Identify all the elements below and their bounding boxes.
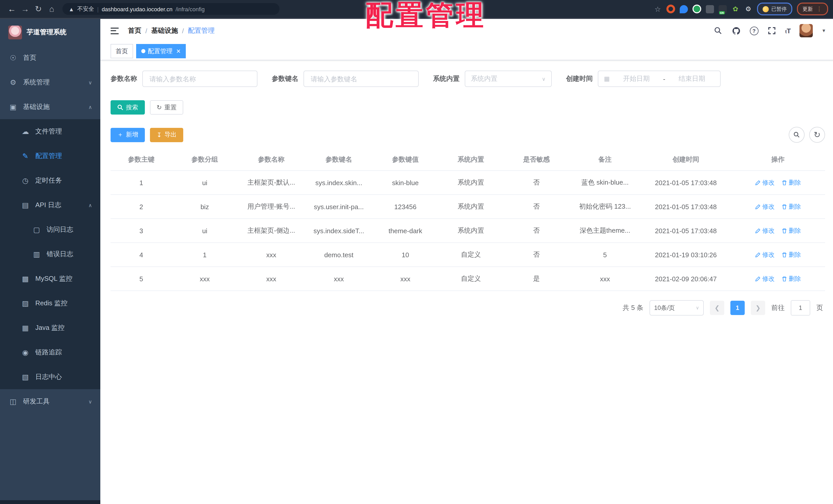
- col-create-time: 创建时间: [641, 149, 731, 171]
- table-tools: ↻: [789, 127, 825, 143]
- extension-orange-ring-icon[interactable]: [666, 5, 675, 13]
- sidebar-item-scheduled-jobs[interactable]: ◷ 定时任务: [0, 168, 100, 193]
- cell: 2021-01-05 17:03:48: [641, 171, 731, 195]
- sidebar-item-api-log[interactable]: ▤ API 日志 ∧: [0, 193, 100, 217]
- edit-link-label: 修改: [762, 250, 775, 259]
- extension-blue-pin-icon[interactable]: [680, 5, 688, 13]
- delete-link[interactable]: 删除: [782, 226, 801, 235]
- address-bar[interactable]: ▲ 不安全 | dashboard.yudao.iocoder.cn/infra…: [63, 3, 280, 15]
- sidebar-item-dev-tools[interactable]: ◫ 研发工具 ∨: [0, 389, 100, 414]
- paused-badge[interactable]: 已暂停: [757, 3, 792, 15]
- search-button[interactable]: 搜索: [111, 100, 145, 115]
- github-icon[interactable]: [731, 26, 741, 35]
- sidebar-item-config-management[interactable]: ✎ 配置管理: [0, 144, 100, 168]
- cell: 否: [504, 195, 569, 219]
- extension-grid-icon[interactable]: [706, 5, 714, 13]
- cell: 蓝色 skin-blue...: [569, 171, 641, 195]
- edit-link[interactable]: 修改: [755, 178, 775, 187]
- edit-link[interactable]: 修改: [755, 274, 775, 283]
- close-icon[interactable]: ✕: [176, 48, 181, 54]
- edit-link[interactable]: 修改: [755, 226, 775, 235]
- date-range-picker[interactable]: ▦ 开始日期 - 结束日期: [598, 71, 721, 87]
- sidebar-item-java-monitor[interactable]: ▦ Java 监控: [0, 316, 100, 340]
- sidebar-item-file-management[interactable]: ☁ 文件管理: [0, 119, 100, 144]
- help-icon[interactable]: ?: [749, 26, 759, 35]
- filter-form: 参数名称 参数键名 系统内置 系统内置 ∨ 创建时间 ▦: [111, 71, 825, 87]
- page-size-select[interactable]: 10条/页 ∨: [649, 300, 704, 316]
- page-number-button[interactable]: 1: [730, 301, 745, 315]
- cell: 3: [111, 219, 172, 243]
- system-builtin-select[interactable]: 系统内置 ∨: [465, 71, 552, 87]
- browser-home-icon[interactable]: ⌂: [45, 2, 58, 16]
- download-icon: ↧: [157, 131, 162, 138]
- user-caret-icon[interactable]: ▼: [822, 28, 826, 33]
- goto-page-input[interactable]: [791, 300, 810, 316]
- extensions-puzzle-icon[interactable]: ⚙: [744, 5, 753, 13]
- sidebar-item-label: 链路追踪: [35, 348, 62, 357]
- font-size-icon[interactable]: tT: [785, 27, 791, 34]
- table-row: 4 1 xxx demo.test 10 自定义 否 5 2021-01-19 …: [111, 243, 825, 267]
- param-key-input[interactable]: [310, 74, 412, 83]
- tag-home[interactable]: 首页: [111, 44, 133, 58]
- refresh-table-button[interactable]: ↻: [809, 127, 825, 143]
- param-name-input[interactable]: [148, 74, 251, 83]
- tag-config-management[interactable]: 配置管理 ✕: [136, 44, 186, 58]
- param-key-field: [304, 71, 419, 87]
- prev-page-button[interactable]: ❮: [710, 301, 724, 315]
- sidebar-item-error-log[interactable]: ▥ 错误日志: [0, 242, 100, 267]
- delete-link[interactable]: 删除: [782, 250, 801, 259]
- sidebar-item-home[interactable]: ☉ 首页: [0, 46, 100, 70]
- breadcrumb-parent[interactable]: 基础设施: [151, 26, 178, 35]
- next-page-button[interactable]: ❯: [751, 301, 765, 315]
- delete-link-label: 删除: [789, 178, 801, 187]
- cell-operations: 修改 删除: [731, 267, 825, 291]
- redis-icon: ▨: [22, 299, 29, 307]
- toggle-search-button[interactable]: [789, 127, 805, 143]
- java-icon: ▦: [22, 324, 29, 332]
- cell: theme-dark: [373, 219, 438, 243]
- browser-forward-icon[interactable]: →: [19, 2, 32, 16]
- plus-icon: ＋: [117, 130, 123, 139]
- sidebar-item-redis-monitor[interactable]: ▨ Redis 监控: [0, 291, 100, 316]
- cell: 否: [504, 243, 569, 267]
- export-button[interactable]: ↧ 导出: [150, 128, 183, 142]
- cell: 用户管理-账号...: [237, 195, 305, 219]
- bookmark-star-icon[interactable]: ☆: [653, 5, 662, 13]
- delete-link[interactable]: 删除: [782, 202, 801, 211]
- breadcrumb: 首页 / 基础设施 / 配置管理: [128, 26, 215, 35]
- edit-link[interactable]: 修改: [755, 250, 775, 259]
- cell: 123456: [373, 195, 438, 219]
- reset-button[interactable]: ↻ 重置: [150, 100, 183, 115]
- cell: 1: [172, 243, 237, 267]
- browser-menu-icon[interactable]: ⋮: [816, 6, 823, 12]
- sidebar-item-log-center[interactable]: ▧ 日志中心: [0, 364, 100, 389]
- edit-link[interactable]: 修改: [755, 202, 775, 211]
- search-icon[interactable]: [713, 26, 723, 35]
- extension-leaf-icon[interactable]: ✿: [731, 5, 740, 13]
- fullscreen-icon[interactable]: [767, 26, 777, 35]
- sidebar-item-infrastructure[interactable]: ▣ 基础设施 ∧: [0, 95, 100, 119]
- browser-back-icon[interactable]: ←: [5, 2, 19, 16]
- add-button[interactable]: ＋ 新增: [111, 128, 145, 142]
- sidebar-item-access-log[interactable]: ▢ 访问日志: [0, 217, 100, 242]
- sidebar-item-system[interactable]: ⚙ 系统管理 ∨: [0, 70, 100, 95]
- filter-buttons: 搜索 ↻ 重置: [111, 100, 825, 115]
- app-logo[interactable]: 芋道管理系统: [0, 19, 100, 46]
- pagination: 共 5 条 10条/页 ∨ ❮ 1 ❯ 前往 页: [111, 300, 825, 316]
- update-button[interactable]: 更新 ⋮: [797, 3, 828, 15]
- cell: 系统内置: [438, 195, 504, 219]
- col-param-group: 参数分组: [172, 149, 237, 171]
- add-button-label: 新增: [126, 130, 138, 139]
- user-avatar[interactable]: [800, 24, 813, 37]
- delete-link[interactable]: 删除: [782, 274, 801, 283]
- breadcrumb-home[interactable]: 首页: [128, 26, 141, 35]
- extension-green-circle-icon[interactable]: [692, 5, 701, 13]
- browser-reload-icon[interactable]: ↻: [32, 2, 45, 16]
- delete-link[interactable]: 删除: [782, 178, 801, 187]
- tag-label: 配置管理: [148, 47, 172, 55]
- red-annotation-overlay: 配置管理: [365, 1, 486, 29]
- sidebar-item-tracing[interactable]: ◉ 链路追踪: [0, 340, 100, 364]
- extension-translate-icon[interactable]: cn: [719, 5, 727, 13]
- sidebar-toggle-icon[interactable]: [111, 27, 119, 34]
- sidebar-item-mysql-monitor[interactable]: ▩ MySQL 监控: [0, 267, 100, 291]
